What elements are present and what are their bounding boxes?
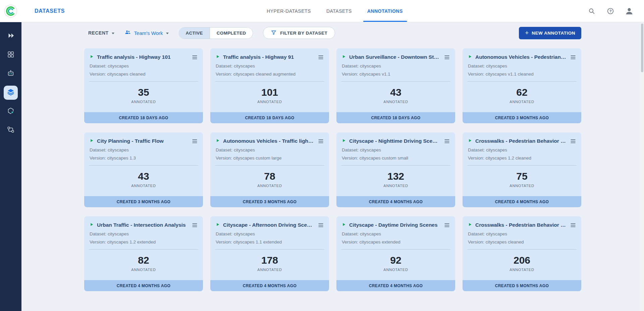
card-header: Urban Traffic - Intersection Analysis (84, 216, 203, 230)
card-title[interactable]: Urban Surveillance - Downtown Stre… (349, 54, 440, 60)
sort-dropdown[interactable]: RECENT (88, 30, 114, 36)
status-play-icon (90, 54, 94, 60)
toggle-active[interactable]: ACTIVE (179, 28, 210, 39)
sidebar-item-labeling[interactable] (0, 64, 21, 83)
annotation-card[interactable]: Autonomous Vehicles - Pedestrian … Datas… (463, 48, 581, 123)
status-play-icon (468, 138, 472, 144)
annotated-count: 78 (210, 171, 329, 182)
card-title[interactable]: Cityscape - Nighttime Driving Scenes (349, 138, 440, 144)
annotated-count: 101 (210, 87, 329, 98)
search-icon[interactable] (587, 6, 596, 16)
annotation-card[interactable]: Autonomous Vehicles - Traffic light … Da… (210, 132, 329, 207)
model-icon (7, 107, 14, 116)
annotated-label: ANNOTATED (336, 268, 455, 272)
cards-grid: Traffic analysis - Highway 101 Dataset: … (84, 48, 581, 291)
annotated-label: ANNOTATED (463, 184, 581, 188)
plus-icon: + (525, 30, 529, 36)
sidebar-item-datasets[interactable] (0, 46, 21, 64)
card-menu-icon[interactable] (191, 221, 198, 229)
card-header: Autonomous Vehicles - Traffic light … (210, 132, 329, 146)
card-dataset: Dataset: cityscapes (336, 146, 455, 154)
tab-annotations[interactable]: ANNOTATIONS (367, 0, 403, 22)
annotated-count: 206 (463, 255, 581, 266)
annotation-card[interactable]: Traffic analysis - Highway 91 Dataset: c… (210, 48, 329, 123)
card-menu-icon[interactable] (443, 137, 450, 145)
annotated-count: 43 (84, 171, 203, 182)
annotation-card[interactable]: Cityscape - Nighttime Driving Scenes Dat… (336, 132, 455, 207)
status-play-icon (216, 54, 220, 60)
card-divider (341, 165, 450, 166)
annotation-card[interactable]: Crosswalks - Pedestrian Behavior P… Data… (463, 132, 581, 207)
annotation-card[interactable]: Urban Surveillance - Downtown Stre… Data… (336, 48, 455, 123)
card-title[interactable]: Traffic analysis - Highway 101 (97, 54, 188, 60)
card-created-badge: CREATED 18 DAYS AGO (84, 112, 203, 123)
card-created-badge: CREATED 18 DAYS AGO (210, 112, 329, 123)
card-version: Version: cityscapes 1.1 extended (210, 238, 329, 246)
annotation-card[interactable]: City Planning - Traffic Flow Dataset: ci… (84, 132, 203, 207)
annotated-label: ANNOTATED (336, 184, 455, 188)
card-created-badge: CREATED 4 MONTHS AGO (463, 196, 581, 207)
sidebar (0, 22, 21, 311)
card-menu-icon[interactable] (317, 137, 324, 145)
annotated-count: 62 (463, 87, 581, 98)
card-menu-icon[interactable] (317, 221, 324, 229)
card-created-badge: CREATED 4 MONTHS AGO (336, 196, 455, 207)
new-annotation-label: NEW ANNOTATION (532, 31, 575, 36)
card-menu-icon[interactable] (191, 137, 198, 145)
annotation-card[interactable]: Cityscape - Daytime Driving Scenes Datas… (336, 216, 455, 291)
new-annotation-button[interactable]: + NEW ANNOTATION (519, 27, 581, 39)
annotation-card[interactable]: Urban Traffic - Intersection Analysis Da… (84, 216, 203, 291)
topbar: DATASETS HYPER-DATASETS DATASETS ANNOTAT… (0, 0, 644, 22)
card-version: Version: cityscapes cleaned (463, 238, 581, 246)
card-title[interactable]: Crosswalks - Pedestrian Behavior P… (475, 222, 566, 228)
tab-hyper-datasets[interactable]: HYPER-DATASETS (267, 0, 311, 22)
card-title[interactable]: Urban Traffic - Intersection Analysis (97, 222, 188, 228)
fast-forward-icon (7, 32, 14, 41)
tab-datasets[interactable]: DATASETS (326, 0, 352, 22)
card-divider (215, 249, 324, 250)
card-title[interactable]: City Planning - Traffic Flow (97, 138, 188, 144)
card-menu-icon[interactable] (569, 53, 577, 61)
card-title[interactable]: Traffic analysis - Highway 91 (223, 54, 314, 60)
app-logo-icon[interactable] (4, 4, 18, 18)
status-play-icon (342, 138, 346, 144)
card-menu-icon[interactable] (191, 53, 198, 61)
card-menu-icon[interactable] (443, 221, 450, 229)
card-dataset: Dataset: cityscapes (336, 230, 455, 238)
card-menu-icon[interactable] (569, 221, 577, 229)
card-version: Version: cityscapes cleaned augmented (210, 70, 329, 78)
card-version: Version: cityscapes v1.1 cleaned (463, 70, 581, 78)
card-divider (89, 249, 198, 250)
user-avatar[interactable] (625, 6, 634, 16)
scrollbar-thumb[interactable] (641, 24, 643, 72)
sidebar-item-pipelines[interactable] (0, 121, 21, 140)
chevron-down-icon (112, 33, 114, 34)
sidebar-item-models[interactable] (0, 102, 21, 121)
status-play-icon (468, 54, 472, 60)
annotation-card[interactable]: Cityscape - Afternoon Driving Scenes Dat… (210, 216, 329, 291)
filter-by-dataset-button[interactable]: FILTER BY DATASET (263, 27, 335, 39)
tab-label: HYPER-DATASETS (267, 8, 311, 14)
sidebar-item-start[interactable] (0, 27, 21, 46)
team-scope-dropdown[interactable]: Team's Work (124, 29, 169, 37)
card-menu-icon[interactable] (569, 137, 577, 145)
sort-label: RECENT (88, 30, 109, 36)
card-created-badge: CREATED 3 MONTHS AGO (210, 196, 329, 207)
card-title[interactable]: Autonomous Vehicles - Pedestrian … (475, 54, 566, 60)
toggle-completed[interactable]: COMPLETED (210, 28, 253, 39)
annotated-count: 75 (463, 171, 581, 182)
annotation-card[interactable]: Traffic analysis - Highway 101 Dataset: … (84, 48, 203, 123)
annotated-label: ANNOTATED (84, 100, 203, 104)
brand-label: DATASETS (35, 8, 65, 14)
card-menu-icon[interactable] (443, 53, 450, 61)
card-created-badge: CREATED 4 MONTHS AGO (84, 280, 203, 291)
card-title[interactable]: Cityscape - Daytime Driving Scenes (349, 222, 440, 228)
card-title[interactable]: Crosswalks - Pedestrian Behavior P… (475, 138, 566, 144)
card-version: Version: cityscapes custom small (336, 154, 455, 162)
card-title[interactable]: Autonomous Vehicles - Traffic light … (223, 138, 314, 144)
card-title[interactable]: Cityscape - Afternoon Driving Scenes (223, 222, 314, 228)
annotation-card[interactable]: Crosswalks - Pedestrian Behavior P… Data… (463, 216, 581, 291)
card-menu-icon[interactable] (317, 53, 324, 61)
help-icon[interactable]: ? (606, 6, 615, 16)
sidebar-item-annotations[interactable] (0, 83, 21, 102)
